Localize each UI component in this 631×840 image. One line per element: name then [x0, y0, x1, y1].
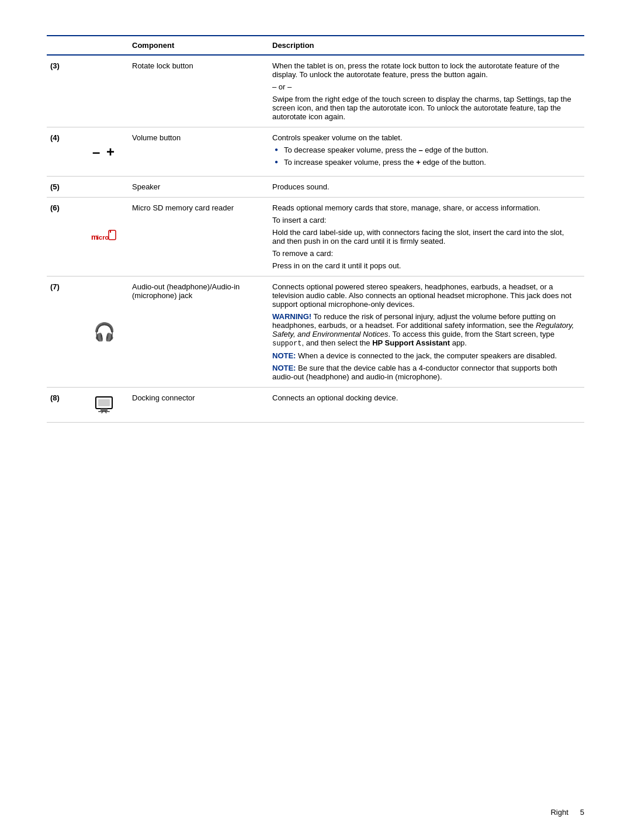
row-icon	[82, 55, 129, 127]
row-description: When the tablet is on, press the rotate …	[269, 55, 584, 127]
page-content: Component Description (3) Rotate lock bu…	[0, 0, 631, 458]
bullet-item: To decrease speaker volume, press the – …	[272, 146, 578, 154]
svg-rect-3	[110, 230, 111, 233]
row-description: Produces sound.	[269, 177, 584, 198]
header-icon-col	[82, 36, 129, 55]
table-row: (3) Rotate lock button When the tablet i…	[47, 55, 584, 127]
row-icon	[82, 388, 129, 423]
row-num: (6)	[47, 198, 82, 276]
headphone-icon: 🎧	[93, 322, 115, 341]
docking-icon	[93, 393, 115, 414]
table-row: (7) 🎧 Audio-out (headphone)/Audio-in (mi…	[47, 276, 584, 388]
table-row: (4) – + Volume button Controls speaker v…	[47, 127, 584, 177]
row-num: (5)	[47, 177, 82, 198]
desc-text: Hold the card label-side up, with connec…	[272, 228, 578, 246]
microsd-icon: m icro	[91, 228, 117, 244]
svg-rect-6	[100, 409, 108, 411]
table-row: (8) Docking connector Connects an option…	[47, 388, 584, 423]
note-label: NOTE:	[272, 364, 296, 372]
row-component: Docking connector	[129, 388, 269, 423]
row-component: Audio-out (headphone)/Audio-in (micropho…	[129, 276, 269, 388]
table-row: (5) Speaker Produces sound.	[47, 177, 584, 198]
note-text: NOTE: Be sure that the device cable has …	[272, 364, 578, 381]
table-row: (6) m icro Micro SD memory card reader R…	[47, 198, 584, 276]
row-description: Connects an optional docking device.	[269, 388, 584, 423]
note-label: NOTE:	[272, 351, 296, 360]
desc-text: Controls speaker volume on the tablet.	[272, 133, 578, 142]
warning-text: WARNING! To reduce the risk of personal …	[272, 312, 578, 348]
svg-text:icro: icro	[97, 234, 109, 241]
footer-page-number: 5	[580, 808, 584, 817]
components-table: Component Description (3) Rotate lock bu…	[47, 35, 584, 423]
row-component: Rotate lock button	[129, 55, 269, 127]
header-num	[47, 36, 82, 55]
desc-text: To remove a card:	[272, 249, 578, 258]
desc-text: Connects an optional docking device.	[272, 393, 578, 402]
header-description: Description	[269, 36, 584, 55]
desc-text: Press in on the card it until it pops ou…	[272, 261, 578, 270]
row-description: Controls speaker volume on the tablet.To…	[269, 127, 584, 177]
warning-label: WARNING!	[272, 312, 311, 321]
row-num: (4)	[47, 127, 82, 177]
row-num: (7)	[47, 276, 82, 388]
row-icon	[82, 177, 129, 198]
row-icon: 🎧	[82, 276, 129, 388]
table-header-row: Component Description	[47, 36, 584, 55]
page-footer: Right 5	[550, 808, 584, 817]
row-icon: – +	[82, 127, 129, 177]
svg-rect-2	[109, 230, 116, 240]
bullet-item: To increase speaker volume, press the + …	[272, 158, 578, 167]
svg-rect-7	[98, 411, 110, 412]
svg-rect-5	[98, 399, 110, 406]
row-icon: m icro	[82, 198, 129, 276]
row-component: Volume button	[129, 127, 269, 177]
desc-text: Reads optional memory cards that store, …	[272, 203, 578, 212]
header-component: Component	[129, 36, 269, 55]
note-text: NOTE: When a device is connected to the …	[272, 351, 578, 360]
row-num: (8)	[47, 388, 82, 423]
desc-text: To insert a card:	[272, 216, 578, 224]
desc-text: Connects optional powered stereo speaker…	[272, 282, 578, 309]
footer-right-label: Right	[550, 808, 568, 817]
volume-icon: – +	[92, 144, 116, 160]
row-description: Reads optional memory cards that store, …	[269, 198, 584, 276]
row-num: (3)	[47, 55, 82, 127]
desc-text: Swipe from the right edge of the touch s…	[272, 95, 578, 121]
row-component: Speaker	[129, 177, 269, 198]
desc-text: Produces sound.	[272, 182, 578, 191]
row-description: Connects optional powered stereo speaker…	[269, 276, 584, 388]
bullet-list: To decrease speaker volume, press the – …	[272, 146, 578, 167]
row-component: Micro SD memory card reader	[129, 198, 269, 276]
desc-text: When the tablet is on, press the rotate …	[272, 61, 578, 79]
or-separator: – or –	[272, 82, 578, 91]
